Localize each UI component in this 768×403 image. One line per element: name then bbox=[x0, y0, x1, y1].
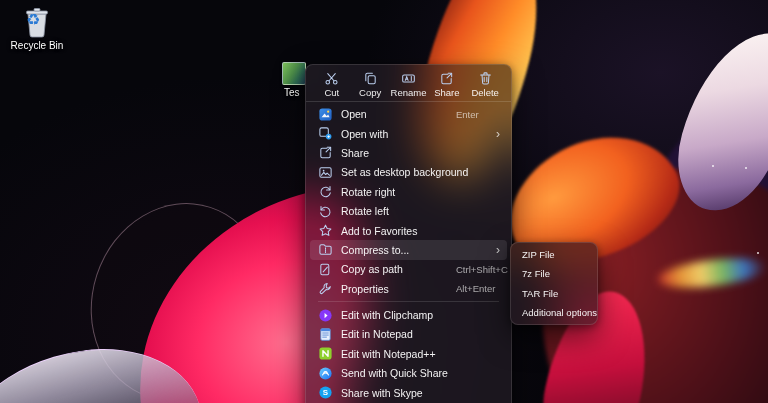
recycle-bin-desktop-icon[interactable]: ♻ Recycle Bin bbox=[8, 6, 66, 51]
copy-path-icon bbox=[318, 262, 333, 277]
context-menu: Cut Copy Re bbox=[305, 64, 512, 403]
compress-folder-icon bbox=[318, 242, 333, 257]
wallpaper-star bbox=[757, 252, 759, 254]
menu-item-label: Edit in Notepad bbox=[341, 328, 413, 340]
menu-item-share[interactable]: Share bbox=[310, 143, 507, 162]
copy-button[interactable]: Copy bbox=[352, 69, 389, 100]
delete-button[interactable]: Delete bbox=[467, 69, 504, 100]
properties-wrench-icon bbox=[318, 281, 333, 296]
menu-item-compress-to[interactable]: Compress to... › bbox=[310, 240, 507, 259]
menu-item-label: Copy as path bbox=[341, 263, 403, 275]
menu-item-edit-in-notepad[interactable]: Edit in Notepad bbox=[310, 325, 507, 344]
notepadpp-app-icon bbox=[318, 346, 333, 361]
menu-item-rotate-left[interactable]: Rotate left bbox=[310, 201, 507, 220]
submenu-item-label: ZIP File bbox=[522, 249, 555, 260]
menu-item-label: Add to Favorites bbox=[341, 225, 417, 237]
quick-share-app-icon bbox=[318, 366, 333, 381]
menu-item-label: Open with bbox=[341, 128, 388, 140]
submenu-item-tar-file[interactable]: TAR File bbox=[514, 284, 594, 303]
favorites-star-icon bbox=[318, 223, 333, 238]
menu-item-label: Rotate left bbox=[341, 205, 389, 217]
quick-actions-row: Cut Copy Re bbox=[306, 65, 511, 102]
submenu-item-label: 7z File bbox=[522, 268, 550, 279]
wallpaper-star bbox=[745, 167, 747, 169]
menu-separator bbox=[318, 301, 499, 302]
menu-item-send-with-quick-share[interactable]: Send with Quick Share bbox=[310, 364, 507, 383]
menu-item-label: Share with Skype bbox=[341, 387, 423, 399]
rename-icon bbox=[401, 71, 416, 86]
submenu-item-label: Additional options bbox=[522, 307, 597, 318]
copy-label: Copy bbox=[359, 87, 381, 98]
submenu-item-additional-options[interactable]: Additional options bbox=[514, 303, 594, 322]
clipchamp-app-icon bbox=[318, 308, 333, 323]
copy-icon bbox=[363, 71, 378, 86]
skype-app-icon: S bbox=[318, 385, 333, 400]
menu-item-shortcut: Alt+Enter bbox=[456, 283, 495, 294]
menu-item-edit-with-clipchamp[interactable]: Edit with Clipchamp bbox=[310, 305, 507, 324]
desktop-background-icon bbox=[318, 165, 333, 180]
wallpaper-star bbox=[712, 165, 714, 167]
submenu-item-label: TAR File bbox=[522, 288, 558, 299]
submenu-item-7z-file[interactable]: 7z File bbox=[514, 264, 594, 283]
menu-item-shortcut: Enter bbox=[456, 109, 479, 120]
rename-button[interactable]: Rename bbox=[390, 69, 427, 100]
submenu-item-zip-file[interactable]: ZIP File bbox=[514, 245, 594, 264]
recycle-bin-label: Recycle Bin bbox=[11, 40, 64, 51]
image-file-thumbnail-icon bbox=[282, 62, 306, 85]
menu-item-label: Set as desktop background bbox=[341, 166, 468, 178]
svg-text:S: S bbox=[323, 388, 328, 397]
image-file-label: Tes bbox=[282, 87, 300, 98]
compress-submenu: ZIP File 7z File TAR File Additional opt… bbox=[510, 242, 598, 325]
chevron-right-icon: › bbox=[496, 128, 500, 140]
menu-item-add-to-favorites[interactable]: Add to Favorites bbox=[310, 221, 507, 240]
menu-item-rotate-right[interactable]: Rotate right bbox=[310, 182, 507, 201]
rotate-left-icon bbox=[318, 204, 333, 219]
menu-item-label: Properties bbox=[341, 283, 389, 295]
share-icon bbox=[318, 145, 333, 160]
share-button[interactable]: Share bbox=[428, 69, 465, 100]
menu-item-label: Send with Quick Share bbox=[341, 367, 448, 379]
menu-item-label: Compress to... bbox=[341, 244, 409, 256]
delete-icon bbox=[478, 71, 493, 86]
menu-item-edit-with-notepadpp[interactable]: Edit with Notepad++ bbox=[310, 344, 507, 363]
rotate-right-icon bbox=[318, 184, 333, 199]
context-menu-items: Open Enter Open with › bbox=[306, 102, 511, 402]
menu-item-label: Share bbox=[341, 147, 369, 159]
cut-icon bbox=[324, 71, 339, 86]
chevron-right-icon: › bbox=[496, 244, 500, 256]
share-icon bbox=[439, 71, 454, 86]
menu-item-label: Edit with Notepad++ bbox=[341, 348, 436, 360]
notepad-app-icon bbox=[318, 327, 333, 342]
menu-item-set-as-desktop-background[interactable]: Set as desktop background bbox=[310, 163, 507, 182]
menu-item-shortcut: Ctrl+Shift+C bbox=[456, 264, 508, 275]
desktop: ♻ Recycle Bin Tes Cut bbox=[0, 0, 768, 403]
cut-button[interactable]: Cut bbox=[313, 69, 350, 100]
menu-item-share-with-skype[interactable]: S Share with Skype bbox=[310, 383, 507, 402]
recycle-bin-icon: ♻ bbox=[22, 6, 52, 38]
share-label: Share bbox=[434, 87, 459, 98]
delete-label: Delete bbox=[471, 87, 498, 98]
open-with-icon bbox=[318, 126, 333, 141]
recycle-arrows-icon: ♻ bbox=[26, 12, 40, 28]
menu-item-label: Rotate right bbox=[341, 186, 395, 198]
menu-item-label: Open bbox=[341, 108, 367, 120]
menu-item-copy-as-path[interactable]: Copy as path Ctrl+Shift+C bbox=[310, 260, 507, 279]
rename-label: Rename bbox=[391, 87, 427, 98]
menu-item-open-with[interactable]: Open with › bbox=[310, 124, 507, 143]
cut-label: Cut bbox=[324, 87, 339, 98]
menu-item-open[interactable]: Open Enter bbox=[310, 105, 507, 124]
menu-item-properties[interactable]: Properties Alt+Enter bbox=[310, 279, 507, 298]
photos-app-icon bbox=[318, 107, 333, 122]
menu-item-label: Edit with Clipchamp bbox=[341, 309, 433, 321]
